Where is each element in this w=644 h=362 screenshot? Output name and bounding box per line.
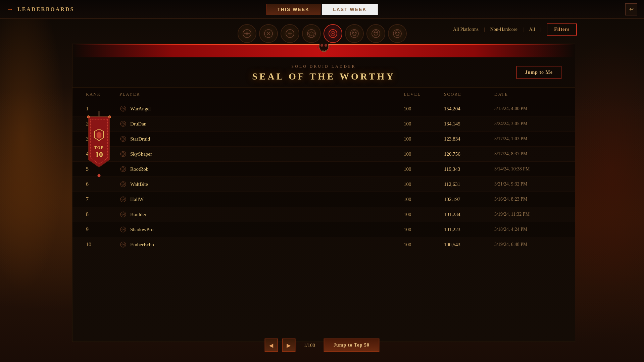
cell-level: 100 (404, 212, 444, 217)
jump-to-me-button[interactable]: Jump to Me (516, 66, 561, 79)
table-row[interactable]: 4 SkyShaper 100 120,756 3/17/24, 8:37 PM (72, 147, 575, 162)
cell-date: 3/19/24, 11:32 PM (494, 212, 561, 217)
cell-player: HallW (119, 196, 404, 203)
svg-text:TOP: TOP (94, 145, 104, 150)
back-button[interactable]: ↩ (625, 3, 637, 15)
filter-platforms[interactable]: All Platforms (453, 27, 479, 32)
filter-sep2: | (523, 27, 524, 32)
svg-point-28 (87, 116, 90, 118)
cell-score: 154,204 (444, 106, 494, 112)
cell-player: WarAngel (119, 105, 404, 112)
table-row[interactable]: 2 DruDan 100 134,145 3/24/24, 3:05 PM (72, 116, 575, 132)
svg-point-1 (246, 33, 248, 35)
svg-point-48 (123, 199, 124, 200)
filters-button[interactable]: Filters (547, 23, 577, 36)
cell-date: 3/24/24, 3:05 PM (494, 121, 561, 126)
class-icon-barbarian[interactable] (281, 24, 299, 43)
svg-point-44 (123, 169, 124, 170)
class-icons-bar (238, 19, 407, 48)
cell-date: 3/16/24, 8:23 PM (494, 197, 561, 202)
player-name: HallW (130, 197, 144, 202)
table-header: Rank Player Level Score Date (72, 88, 575, 101)
svg-text:10: 10 (95, 150, 103, 159)
filter-mode[interactable]: Non-Hardcore (490, 27, 517, 32)
top10-banner-svg: TOP 10 (82, 111, 116, 178)
svg-point-10 (353, 32, 354, 33)
player-class-icon (119, 226, 127, 233)
next-page-button[interactable]: ▶ (282, 339, 295, 352)
table-row[interactable]: 8 Boulder 100 101,234 3/19/24, 11:32 PM (72, 207, 575, 222)
ladder-subtitle: SOLO DRUID LADDER (86, 64, 561, 69)
player-name: ShadowPro (130, 227, 153, 232)
filter-sep3: | (540, 27, 541, 32)
table-row[interactable]: 10 EmberEcho 100 100,543 3/19/24, 6:48 P… (72, 237, 575, 252)
player-class-icon (119, 150, 127, 158)
player-name: RootRob (130, 166, 148, 172)
nav-title: LEADERBOARDS (17, 6, 74, 12)
cell-level: 100 (404, 136, 444, 142)
cell-date: 3/17/24, 1:03 PM (494, 136, 561, 142)
player-name: StarDruid (130, 136, 150, 142)
player-class-icon (119, 211, 127, 218)
header-level: Level (404, 92, 444, 97)
bottom-navigation: ◀ ▶ 1/100 Jump to Top 50 (264, 339, 380, 352)
cell-rank: 10 (86, 242, 119, 248)
class-icon-necromancer[interactable] (238, 24, 256, 43)
cell-level: 100 (404, 197, 444, 202)
svg-point-18 (396, 32, 397, 33)
class-icon-skull3[interactable] (388, 24, 407, 43)
side-decoration-left (0, 17, 74, 319)
table-row[interactable]: 7 HallW 100 102,197 3/16/24, 8:23 PM (72, 192, 575, 207)
header-date: Date (494, 92, 561, 97)
player-name: EmberEcho (130, 242, 154, 248)
cell-player: Boulder (119, 211, 404, 218)
class-icon-rogue[interactable] (302, 24, 321, 43)
class-icon-sorcerer[interactable] (259, 24, 278, 43)
svg-marker-5 (308, 31, 315, 37)
cell-date: 3/14/24, 10:38 PM (494, 166, 561, 172)
table-row[interactable]: 9 ShadowPro 100 101,223 3/18/24, 4:24 PM (72, 222, 575, 237)
svg-point-29 (108, 116, 111, 118)
svg-point-52 (123, 229, 124, 230)
class-icon-druid[interactable] (324, 24, 342, 43)
cell-score: 101,223 (444, 227, 494, 232)
cell-player: WaltBite (119, 180, 404, 188)
panel-header: SOLO DRUID LADDER SEAL OF THE WORTHY Jum… (72, 57, 575, 88)
tab-last-week[interactable]: LAST WEEK (322, 4, 378, 15)
jump-top50-button[interactable]: Jump to Top 50 (324, 339, 380, 352)
filter-sep1: | (484, 27, 485, 32)
cell-level: 100 (404, 121, 444, 127)
table-row[interactable]: 6 WaltBite 100 112,631 3/21/24, 9:32 PM (72, 177, 575, 192)
main-panel: SOLO DRUID LADDER SEAL OF THE WORTHY Jum… (72, 44, 575, 342)
svg-point-15 (376, 32, 378, 33)
cell-level: 100 (404, 242, 444, 248)
svg-point-46 (123, 184, 124, 185)
class-icon-skull2[interactable] (366, 24, 385, 43)
class-icon-skull1[interactable] (345, 24, 364, 43)
table-row[interactable]: 5 RootRob 100 119,343 3/14/24, 10:38 PM (72, 162, 575, 177)
cell-date: 3/21/24, 9:32 PM (494, 182, 561, 187)
cell-score: 101,234 (444, 212, 494, 217)
svg-point-7 (332, 33, 334, 34)
prev-page-button[interactable]: ◀ (264, 339, 278, 352)
svg-marker-22 (88, 117, 110, 167)
cell-date: 3/18/24, 4:24 PM (494, 227, 561, 232)
cell-score: 123,834 (444, 136, 494, 142)
player-name: SkyShaper (130, 151, 152, 157)
cell-score: 119,343 (444, 166, 494, 172)
player-class-icon (119, 120, 127, 127)
cell-date: 3/19/24, 6:48 PM (494, 242, 561, 247)
cell-level: 100 (404, 182, 444, 187)
player-class-icon (119, 135, 127, 143)
tab-this-week[interactable]: THIS WEEK (266, 4, 320, 15)
table-row[interactable]: 3 StarDruid 100 123,834 3/17/24, 1:03 PM (72, 132, 575, 147)
ladder-title: SEAL OF THE WORTHY (86, 71, 561, 82)
header-player: Player (119, 92, 404, 97)
table-row[interactable]: 1 WarAngel 100 154,204 3/15/24, 4:00 PM (72, 101, 575, 116)
nav-arrow-icon: → (7, 5, 13, 13)
cell-player: SkyShaper (119, 150, 404, 158)
page-indicator: 1/100 (299, 343, 319, 348)
cell-date: 3/15/24, 4:00 PM (494, 106, 561, 111)
cell-rank: 9 (86, 226, 119, 232)
filter-scope[interactable]: All (529, 27, 535, 32)
